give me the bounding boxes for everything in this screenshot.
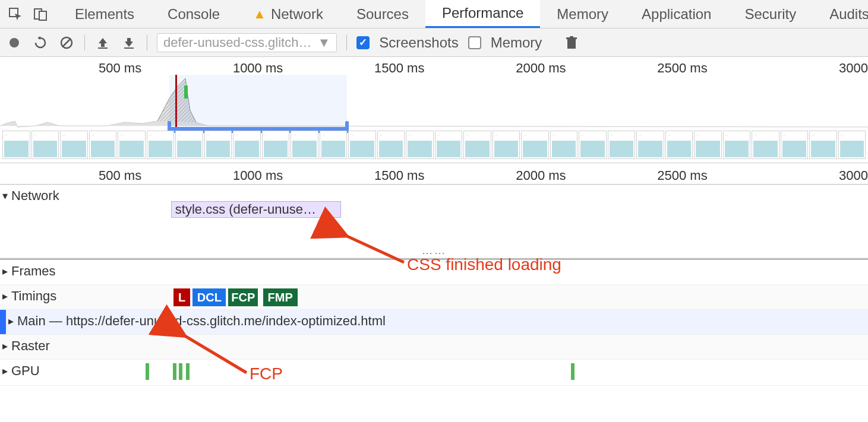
network-request-label: style.css (defer-unuse… [175, 202, 316, 217]
overview-brush[interactable] [169, 75, 348, 128]
device-toggle-icon[interactable] [33, 7, 48, 21]
filmstrip-frame[interactable]: ··· [435, 131, 463, 159]
timeline-overview[interactable]: 500 ms1000 ms1500 ms2000 ms2500 ms3000 ·… [0, 57, 868, 163]
network-request-bar[interactable]: style.css (defer-unuse… [171, 201, 341, 218]
network-track[interactable]: Network style.css (defer-unuse… ⋯⋯ [0, 185, 868, 258]
frames-track-label[interactable]: Frames [0, 260, 62, 283]
raster-track[interactable]: Raster [0, 335, 868, 360]
ruler-tick: 1000 ms [233, 168, 283, 183]
screenshots-checkbox[interactable]: ✓ [356, 36, 370, 49]
timing-badge-fcp[interactable]: FCP [228, 288, 258, 306]
gpu-tick [173, 363, 176, 380]
filmstrip-frame[interactable]: ··· [752, 131, 779, 159]
memory-label: Memory [491, 34, 542, 51]
filmstrip-frame[interactable]: ··· [147, 131, 175, 159]
filmstrip-frame[interactable]: ··· [262, 131, 290, 159]
filmstrip-frame[interactable]: ··· [608, 131, 636, 159]
filmstrip-frame[interactable]: ··· [89, 131, 117, 159]
gpu-tick [571, 363, 575, 380]
disclosure-icon[interactable] [8, 313, 14, 328]
filmstrip-frame[interactable]: ··· [781, 131, 809, 159]
filmstrip-frame[interactable]: ··· [2, 131, 30, 159]
filmstrip-frame[interactable]: ··· [60, 131, 88, 159]
filmstrip-frame[interactable]: ··· [406, 131, 434, 159]
tab-label: Security [744, 6, 796, 23]
timings-track[interactable]: Timings LDCLFCPFMP [0, 285, 868, 310]
trash-icon[interactable] [563, 34, 580, 51]
ruler-tick: 500 ms [99, 61, 141, 76]
memory-checkbox[interactable]: ✓ [468, 36, 481, 49]
gpu-lane [0, 360, 868, 385]
filmstrip-frame[interactable]: ··· [204, 131, 232, 159]
tab-console[interactable]: Console [151, 0, 236, 28]
clear-icon[interactable] [58, 34, 75, 51]
gpu-track[interactable]: GPU [0, 360, 868, 386]
tab-sources[interactable]: Sources [340, 0, 425, 28]
filmstrip-frame[interactable]: ··· [175, 131, 203, 159]
svg-rect-2 [39, 11, 46, 20]
filmstrip-frame[interactable]: ··· [31, 131, 59, 159]
record-icon[interactable] [6, 34, 23, 51]
disclosure-icon[interactable] [2, 338, 8, 353]
reload-icon[interactable] [32, 34, 49, 51]
filmstrip-frame[interactable]: ··· [118, 131, 146, 159]
download-icon[interactable] [121, 34, 137, 51]
overview-ruler: 500 ms1000 ms1500 ms2000 ms2500 ms3000 [0, 57, 868, 75]
filmstrip-frame[interactable]: ··· [320, 131, 348, 159]
timing-badge-dcl[interactable]: DCL [192, 288, 226, 306]
filmstrip-frame[interactable]: ··· [493, 131, 520, 159]
tab-label: Console [168, 6, 220, 23]
tab-elements[interactable]: Elements [58, 0, 151, 28]
svg-rect-8 [567, 39, 576, 49]
timing-badge-l[interactable]: L [173, 288, 190, 306]
filmstrip-frame[interactable]: ··· [233, 131, 261, 159]
filmstrip-frame[interactable]: ··· [636, 131, 664, 159]
filmstrip-frame[interactable]: ··· [377, 131, 405, 159]
svg-rect-6 [98, 47, 108, 49]
filmstrip-frame[interactable]: ··· [521, 131, 549, 159]
filmstrip-frame[interactable]: ··· [291, 131, 318, 159]
filmstrip-frame[interactable]: ··· [723, 131, 751, 159]
recording-dropdown[interactable]: defer-unused-css.glitch… ▼ [157, 33, 337, 52]
tab-network[interactable]: ▲Network [236, 0, 340, 28]
disclosure-icon[interactable] [2, 263, 8, 278]
track-label-text: Main — https://defer-unused-css.glitch.m… [17, 313, 386, 329]
ruler-tick: 2500 ms [657, 168, 707, 183]
inspect-icon[interactable] [8, 7, 23, 21]
tab-application[interactable]: Application [625, 0, 728, 28]
main-track-label[interactable]: Main — https://defer-unused-css.glitch.m… [0, 310, 392, 332]
main-track[interactable]: Main — https://defer-unused-css.glitch.m… [0, 310, 868, 335]
request-lead-icon [171, 207, 172, 214]
filmstrip-frame[interactable]: ··· [463, 131, 491, 159]
filmstrip-frame[interactable]: ··· [348, 131, 376, 159]
tab-label: Audits [829, 6, 868, 23]
separator [147, 35, 147, 50]
ruler-tick: 2000 ms [516, 168, 566, 183]
filmstrip-frame[interactable]: ··· [809, 131, 837, 159]
tab-memory[interactable]: Memory [540, 0, 625, 28]
ruler-tick: 1500 ms [374, 168, 424, 183]
tab-security[interactable]: Security [728, 0, 813, 28]
upload-icon[interactable] [94, 34, 111, 51]
tab-audits[interactable]: Audits [813, 0, 868, 28]
filmstrip-frame[interactable]: ··· [694, 131, 722, 159]
ruler-tick: 2500 ms [657, 61, 707, 76]
performance-toolbar: defer-unused-css.glitch… ▼ ✓ Screenshots… [0, 28, 868, 57]
filmstrip-frame[interactable]: ··· [838, 131, 866, 159]
timings-lane: LDCLFCPFMP [0, 285, 868, 309]
tab-label: Sources [356, 6, 409, 23]
ruler-tick: 1000 ms [233, 61, 283, 76]
warning-icon: ▲ [253, 7, 266, 22]
resize-grip[interactable]: ⋯⋯ [422, 246, 447, 259]
gpu-tick [179, 363, 182, 380]
filmstrip-frame[interactable]: ··· [665, 131, 693, 159]
filmstrip-frame[interactable]: ··· [550, 131, 578, 159]
tab-label: Memory [557, 6, 608, 23]
timing-badge-fmp[interactable]: FMP [263, 288, 298, 306]
filmstrip-frame[interactable]: ··· [579, 131, 607, 159]
frames-track[interactable]: Frames [0, 260, 868, 285]
tab-label: Application [642, 6, 711, 23]
chevron-down-icon: ▼ [317, 35, 330, 50]
tab-performance[interactable]: Performance [425, 0, 540, 28]
raster-track-label[interactable]: Raster [0, 335, 56, 357]
